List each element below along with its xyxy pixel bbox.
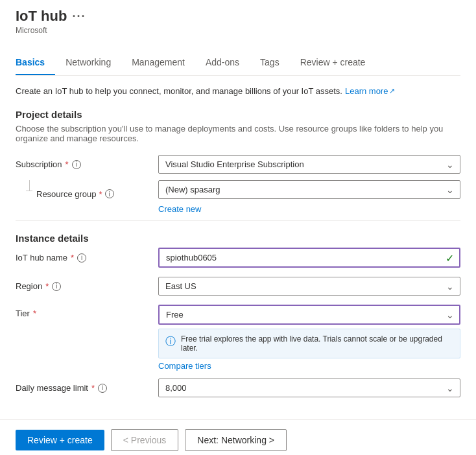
next-button[interactable]: Next: Networking > bbox=[185, 429, 287, 451]
tier-input-col: Free ⓘ Free trial explores the app with … bbox=[158, 305, 460, 371]
region-required: * bbox=[45, 281, 49, 291]
resource-group-input-col: (New) spasarg Create new bbox=[158, 180, 460, 214]
daily-message-select[interactable]: 8,000 bbox=[158, 379, 460, 397]
region-input[interactable]: East US bbox=[158, 277, 460, 296]
tier-label: Tier * bbox=[16, 305, 158, 318]
region-row: Region * i East US bbox=[16, 277, 460, 296]
daily-message-limit-row: Daily message limit * i 8,000 bbox=[16, 379, 460, 397]
tier-row: Tier * Free ⓘ Free trial explores the ap… bbox=[16, 305, 460, 371]
external-link-icon: ↗ bbox=[389, 87, 395, 95]
iot-hub-name-input[interactable] bbox=[158, 248, 460, 268]
daily-message-info-icon[interactable]: i bbox=[98, 384, 107, 393]
iot-hub-name-info-icon[interactable]: i bbox=[77, 253, 86, 262]
tab-bar: Basics Networking Management Add-ons Tag… bbox=[16, 51, 460, 76]
region-label: Region * i bbox=[16, 281, 158, 291]
instance-details-title: Instance details bbox=[16, 233, 460, 244]
tab-basics[interactable]: Basics bbox=[16, 51, 55, 75]
section-divider bbox=[16, 220, 460, 221]
page-description: Create an IoT hub to help you connect, m… bbox=[16, 86, 460, 96]
page-subtitle: Microsoft bbox=[16, 26, 460, 35]
page-title: IoT hub ··· bbox=[16, 8, 460, 25]
project-details-desc: Choose the subscription you'll use to ma… bbox=[16, 124, 460, 143]
iot-hub-name-input-wrapper: ✓ bbox=[158, 248, 460, 268]
subscription-row: Subscription * i Visual Studio Enterpris… bbox=[16, 155, 460, 174]
iot-hub-name-required: * bbox=[71, 253, 74, 262]
create-new-link[interactable]: Create new bbox=[158, 204, 460, 214]
resource-group-required: * bbox=[99, 189, 102, 199]
tier-info-box: ⓘ Free trial explores the app with live … bbox=[158, 329, 460, 358]
region-info-icon[interactable]: i bbox=[52, 282, 61, 291]
previous-button[interactable]: < Previous bbox=[111, 429, 179, 451]
daily-message-required: * bbox=[91, 383, 95, 393]
valid-checkmark-icon: ✓ bbox=[446, 251, 454, 264]
more-options-icon[interactable]: ··· bbox=[72, 10, 86, 23]
tab-management[interactable]: Management bbox=[121, 51, 195, 75]
learn-more-link[interactable]: Learn more ↗ bbox=[345, 86, 395, 96]
tab-review-create[interactable]: Review + create bbox=[290, 51, 376, 75]
review-create-button[interactable]: Review + create bbox=[16, 430, 104, 450]
title-text: IoT hub bbox=[16, 8, 67, 25]
subscription-info-icon[interactable]: i bbox=[72, 160, 81, 169]
daily-message-limit-input[interactable]: 8,000 bbox=[158, 379, 460, 397]
tab-tags[interactable]: Tags bbox=[250, 51, 290, 75]
resource-group-info-icon[interactable]: i bbox=[105, 189, 114, 198]
daily-message-limit-label: Daily message limit * i bbox=[16, 383, 158, 393]
tab-networking[interactable]: Networking bbox=[55, 51, 121, 75]
resource-group-select[interactable]: (New) spasarg bbox=[158, 180, 460, 199]
info-box-icon: ⓘ bbox=[165, 335, 176, 349]
resource-group-label: Resource group * i bbox=[36, 189, 114, 199]
tier-select[interactable]: Free bbox=[158, 305, 460, 325]
resource-group-select-wrapper: (New) spasarg bbox=[158, 180, 460, 199]
footer: Review + create < Previous Next: Network… bbox=[0, 419, 476, 455]
resource-group-label-col: Resource group * i bbox=[16, 180, 158, 207]
tab-addons[interactable]: Add-ons bbox=[195, 51, 250, 75]
iot-hub-name-label: IoT hub name * i bbox=[16, 253, 158, 262]
resource-group-row: Resource group * i (New) spasarg Create … bbox=[16, 180, 460, 214]
subscription-select[interactable]: Visual Studio Enterprise Subscription bbox=[158, 155, 460, 174]
subscription-required: * bbox=[65, 159, 69, 169]
project-details-title: Project details bbox=[16, 109, 460, 120]
tier-required: * bbox=[33, 309, 36, 318]
region-select[interactable]: East US bbox=[158, 277, 460, 296]
subscription-input[interactable]: Visual Studio Enterprise Subscription bbox=[158, 155, 460, 174]
compare-tiers-link[interactable]: Compare tiers bbox=[158, 361, 211, 371]
subscription-label: Subscription * i bbox=[16, 159, 158, 169]
iot-hub-name-row: IoT hub name * i ✓ bbox=[16, 248, 460, 268]
